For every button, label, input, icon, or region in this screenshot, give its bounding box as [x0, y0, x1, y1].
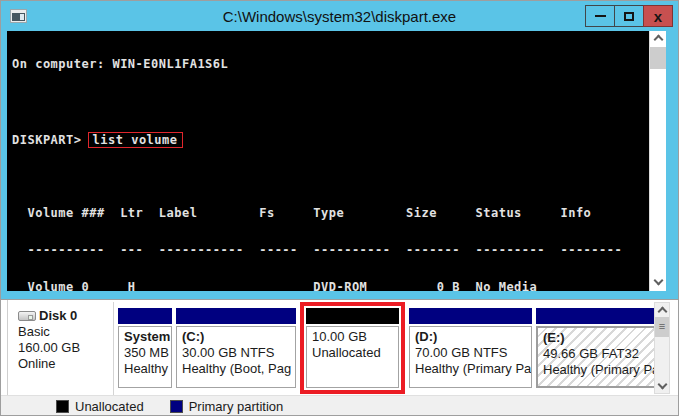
legend-item-primary: Primary partition [170, 399, 284, 414]
maximize-button[interactable] [614, 5, 644, 27]
unallocated-bar [306, 308, 399, 324]
volume-table-header: Volume ### Ltr Label Fs Type Size Status… [12, 207, 649, 219]
close-icon: x [654, 9, 662, 24]
primary-partition-color-swatch [170, 400, 183, 413]
titlebar[interactable]: C:\Windows\system32\diskpart.exe x [1, 1, 678, 31]
window-title: C:\Windows\system32\diskpart.exe [1, 8, 678, 25]
unallocated-highlight-box: 10.00 GB Unallocated [300, 302, 405, 394]
minimize-icon [595, 15, 606, 17]
scroll-down-button[interactable] [655, 379, 669, 393]
command-list-volume: list volume [88, 132, 183, 148]
partitions-row: System R 350 MB N Healthy ( (C:) 30.00 G… [118, 302, 665, 396]
chevron-up-icon [653, 35, 663, 45]
scrollbar-thumb[interactable] [650, 47, 666, 69]
minimize-button[interactable] [585, 5, 615, 27]
scrollbar-track[interactable] [655, 337, 669, 379]
window-controls: x [586, 5, 673, 27]
scroll-up-button[interactable] [650, 31, 666, 47]
terminal-scrollbar[interactable] [649, 31, 666, 291]
disk-drive-icon [18, 311, 36, 321]
disk-status: Online [18, 356, 113, 372]
unallocated-color-swatch [56, 400, 69, 413]
partition-unallocated[interactable]: 10.00 GB Unallocated [306, 308, 399, 388]
partition-legend: Unallocated Primary partition [1, 395, 678, 416]
diskpart-window: C:\Windows\system32\diskpart.exe x On co… [0, 0, 679, 416]
disk-management-panel: Disk 0 Basic 160.00 GB Online System R 3… [1, 299, 678, 416]
prompt: DISKPART> [12, 133, 82, 147]
disk-name: Disk 0 [39, 308, 77, 324]
scroll-down-button[interactable] [650, 275, 666, 291]
volume-row-0: Volume 0 H DVD-ROM 0 B No Media [12, 281, 649, 291]
chevron-down-icon [653, 276, 663, 286]
primary-partition-bar [409, 308, 532, 324]
legend-item-unallocated: Unallocated [56, 399, 144, 414]
terminal-output[interactable]: On computer: WIN-E0NL1FA1S6L DISKPART>li… [7, 31, 649, 291]
chevron-up-icon [657, 307, 667, 317]
primary-partition-bar [536, 308, 661, 324]
primary-partition-bar [176, 308, 296, 324]
disk-size: 160.00 GB [18, 340, 113, 356]
disk-type: Basic [18, 324, 113, 340]
partition-system-reserved[interactable]: System R 350 MB N Healthy ( [118, 308, 172, 388]
terminal-line-command: DISKPART>list volume [12, 132, 649, 144]
chevron-down-icon [657, 380, 667, 390]
terminal-window: C:\Windows\system32\diskpart.exe x On co… [1, 1, 678, 299]
scroll-up-button[interactable] [655, 303, 669, 317]
close-button[interactable]: x [643, 5, 673, 27]
primary-partition-bar [118, 308, 172, 324]
disk-info[interactable]: Disk 0 Basic 160.00 GB Online [10, 302, 114, 396]
volume-table-divider: ---------- --- ----------- ----- -------… [12, 244, 649, 256]
scrollbar-thumb[interactable]: ≡ [655, 317, 669, 337]
partition-d[interactable]: (D:) 70.00 GB NTFS Healthy (Primary Par [409, 308, 532, 388]
partition-c[interactable]: (C:) 30.00 GB NTFS Healthy (Boot, Pag [176, 308, 296, 388]
terminal-line-computer: On computer: WIN-E0NL1FA1S6L [12, 58, 649, 70]
maximize-icon [624, 12, 634, 21]
partition-e[interactable]: (E:) 49.66 GB FAT32 Healthy (Primary Par [536, 308, 661, 388]
disk-panel-scrollbar[interactable]: ≡ [654, 302, 670, 394]
scrollbar-track[interactable] [650, 69, 666, 275]
